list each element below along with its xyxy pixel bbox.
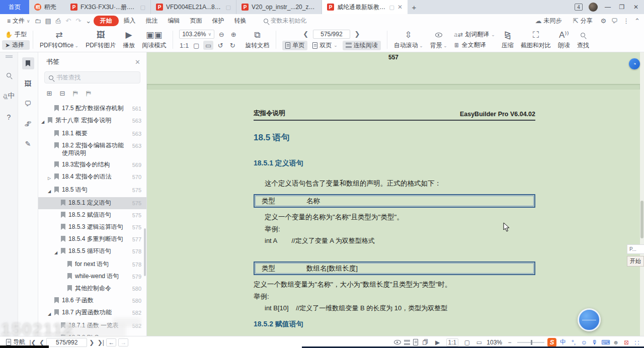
- zoom-slider[interactable]: [517, 342, 544, 343]
- ribbon-tab-page[interactable]: 页面: [185, 16, 207, 26]
- ime-emoji-icon[interactable]: ☺: [580, 339, 588, 346]
- single-page-mode-icon[interactable]: [413, 339, 418, 345]
- feedback-icon[interactable]: 🗩: [611, 17, 618, 25]
- continuous-read-button[interactable]: 连续阅读: [343, 41, 381, 50]
- new-tab-button[interactable]: +: [408, 3, 421, 12]
- double-page-button[interactable]: 双页⌄: [309, 41, 341, 50]
- zoom-value-dropdown[interactable]: 103.26%∨: [179, 30, 214, 39]
- comments-panel-icon[interactable]: 🗩: [22, 98, 34, 110]
- bookmark-search-input[interactable]: 书签查找: [44, 71, 140, 83]
- zoom-out-icon[interactable]: ⊖: [216, 30, 226, 39]
- settings-gear-icon[interactable]: ⚙: [600, 17, 606, 25]
- sync-status[interactable]: ☁未同步: [532, 17, 565, 25]
- pdf-view-area[interactable]: 557 宏指令说明 EasyBuilder Pro V6.04.02 18.5 …: [147, 52, 644, 336]
- select-tool-button[interactable]: ➤选择: [2, 40, 30, 50]
- collapse-arrow-icon[interactable]: ◢: [48, 309, 54, 318]
- ribbon-tab-comment[interactable]: 批注: [141, 16, 163, 26]
- zoom-slider-knob[interactable]: [531, 340, 532, 345]
- read-aloud-button[interactable]: A⁾⁾朗读: [554, 29, 574, 51]
- sogou-logo-icon[interactable]: S: [547, 338, 556, 347]
- ime-chinese-mode-icon[interactable]: 中: [559, 338, 567, 346]
- double-page-mode-icon[interactable]: 🗍: [421, 339, 430, 346]
- quickbar-dropdown-icon[interactable]: ⌄: [84, 17, 94, 25]
- bookmark-item[interactable]: ◢第十八章 宏指令说明563: [38, 115, 146, 128]
- bookmark-item[interactable]: 其他控制命令580: [38, 283, 146, 295]
- history-forward-icon[interactable]: →: [118, 338, 128, 346]
- attachment-paperclip-icon[interactable]: 🖇: [22, 118, 34, 130]
- background-button[interactable]: 背景 ⌄: [427, 29, 451, 51]
- ime-punctuation-icon[interactable]: °,: [570, 339, 578, 346]
- document-scrollbar-thumb[interactable]: [640, 201, 643, 238]
- bookmark-item[interactable]: ▷18.4 宏指令的语法570: [38, 171, 146, 184]
- bookmark-item[interactable]: 18.7.1 函数 一览表582: [38, 320, 146, 332]
- play-button[interactable]: ▶播放: [119, 29, 138, 51]
- screenshot-compare-button[interactable]: ⛶截图和对比: [517, 29, 554, 51]
- start-button[interactable]: 开始: [627, 256, 644, 267]
- fit-page-icon[interactable]: ▢: [191, 41, 201, 50]
- bookmark-item[interactable]: 18.5.3 逻辑运算语句575: [38, 221, 146, 233]
- thumbnails-panel-icon[interactable]: 🖽: [22, 77, 34, 90]
- tab-document-active[interactable]: P威纶通最新版教材2021.pdf▢✕: [322, 0, 408, 14]
- print-icon[interactable]: ⎙: [53, 17, 63, 25]
- hand-tool-button[interactable]: ✋手型: [2, 30, 30, 39]
- delete-bookmark-icon[interactable]: ⛿: [85, 90, 93, 98]
- ribbon-tab-convert[interactable]: 转换: [229, 16, 252, 26]
- history-back-icon[interactable]: ←: [106, 338, 116, 346]
- redo-icon[interactable]: ↷: [73, 17, 84, 25]
- ribbon-tab-insert[interactable]: 插入: [119, 16, 141, 26]
- tab-list-button[interactable]: 4: [575, 4, 583, 11]
- tab-document-1[interactable]: PFX3G·FX3U·...册.pdf (已加密)▢: [65, 0, 151, 14]
- bookmarks-panel-icon[interactable]: [22, 57, 34, 69]
- expand-arrow-icon[interactable]: ▷: [48, 173, 54, 182]
- play-mode-icon[interactable]: ▶: [433, 339, 442, 346]
- status-page-indicator[interactable]: 575/992: [46, 338, 87, 347]
- zoom-in-icon[interactable]: ⊕: [228, 30, 238, 39]
- minimize-button[interactable]: —: [604, 4, 612, 11]
- tab-document-2[interactable]: PVFD004EL21A...850 备份].pdf▢: [151, 0, 236, 14]
- restore-button[interactable]: ❐: [618, 4, 626, 11]
- close-tab-icon[interactable]: ✕: [397, 4, 403, 11]
- ime-more-icon[interactable]: ⸬: [633, 339, 641, 346]
- bookmark-item[interactable]: 18.5.2 赋值语句575: [38, 209, 146, 221]
- bookmark-item[interactable]: while-wend 语句579: [38, 271, 146, 283]
- pdf-to-image-button[interactable]: 🖽PDF转图片: [82, 29, 119, 51]
- collapse-arrow-icon[interactable]: ◢: [54, 247, 61, 256]
- bookmark-item[interactable]: 18.2 宏指令编辑器功能 使用说明563: [38, 140, 146, 159]
- ime-keyboard-icon[interactable]: ⌨: [601, 339, 609, 346]
- user-avatar[interactable]: [589, 3, 598, 12]
- bookmark-scrollbar-thumb[interactable]: [144, 228, 146, 276]
- compress-button[interactable]: ⧎压缩: [498, 29, 517, 51]
- full-translate-button[interactable]: 🗏全文翻译: [451, 40, 498, 50]
- open-folder-icon[interactable]: 🗀: [33, 17, 43, 25]
- zoom-out-minus-icon[interactable]: −: [505, 339, 514, 346]
- next-page-icon[interactable]: ❯: [87, 339, 96, 346]
- document-scrollbar[interactable]: [640, 52, 644, 336]
- pdf-to-office-button[interactable]: ⇄PDF转Office ⌄: [36, 29, 82, 51]
- rotate-left-icon[interactable]: ↺: [215, 41, 225, 50]
- translate-icon[interactable]: 𝚊̲中: [3, 90, 15, 102]
- bookmark-item[interactable]: ◢18.5.5 循环语句578: [38, 245, 146, 258]
- save-icon[interactable]: ▤: [43, 17, 53, 25]
- fit-width-icon[interactable]: ▭: [474, 339, 484, 346]
- bookmark-item[interactable]: 18.3宏指令的结构569: [38, 159, 146, 171]
- tab-docer[interactable]: 稻稻壳: [29, 0, 65, 14]
- next-page-icon[interactable]: ❯: [352, 30, 363, 38]
- fit-width-icon[interactable]: ▭: [203, 41, 213, 50]
- background-eye-icon[interactable]: [394, 340, 401, 344]
- bookmark-item[interactable]: ◢18.7 内置函数功能582: [38, 307, 146, 320]
- collapse-arrow-icon[interactable]: ◢: [41, 117, 48, 126]
- bookmark-item[interactable]: for next 语句578: [38, 258, 146, 271]
- rotate-right-icon[interactable]: ↻: [227, 41, 237, 50]
- ime-mic-icon[interactable]: 🎙: [591, 339, 599, 346]
- bookmark-item[interactable]: ◢18.5 语句575: [38, 184, 146, 197]
- actual-size-icon[interactable]: 1:1: [446, 338, 459, 346]
- ribbon-tab-edit[interactable]: 编辑: [163, 16, 185, 26]
- previous-page-icon[interactable]: ❮: [37, 339, 46, 346]
- search-document-icon[interactable]: [3, 69, 15, 81]
- collapse-arrow-icon[interactable]: ◢: [48, 186, 54, 195]
- file-menu[interactable]: ≡文件∨: [4, 17, 33, 25]
- bookmark-item[interactable]: 18.1 概要563: [38, 128, 146, 140]
- auto-scroll-button[interactable]: ⇳自动滚动 ⌄: [390, 29, 427, 51]
- actual-size-button[interactable]: 1:1: [179, 41, 189, 50]
- bookmark-item[interactable]: 18.5.4 多重判断语句577: [38, 233, 146, 245]
